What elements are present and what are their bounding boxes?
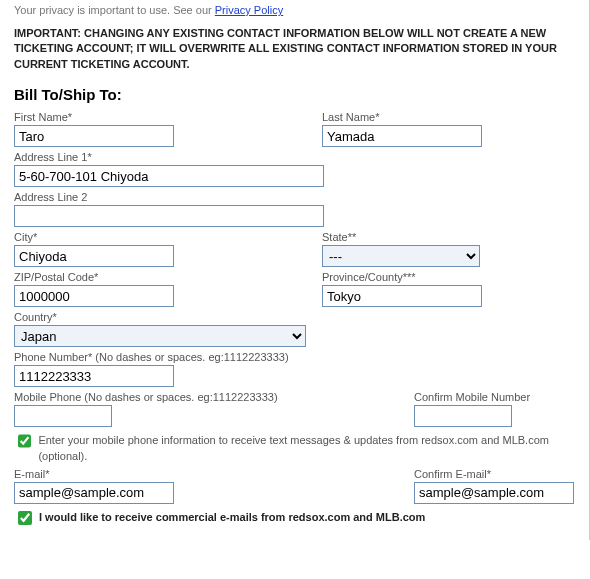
form-container: Your privacy is important to use. See ou… xyxy=(0,0,590,540)
address2-input[interactable] xyxy=(14,205,324,227)
zip-input[interactable] xyxy=(14,285,174,307)
email-optin-row: I would like to receive commercial e-mai… xyxy=(14,510,577,528)
confirm-email-input[interactable] xyxy=(414,482,574,504)
phone-input[interactable] xyxy=(14,365,174,387)
privacy-text: Your privacy is important to use. See ou… xyxy=(14,4,215,16)
important-warning: IMPORTANT: CHANGING ANY EXISTING CONTACT… xyxy=(14,26,577,72)
label-address2: Address Line 2 xyxy=(14,191,577,203)
section-title: Bill To/Ship To: xyxy=(14,86,577,103)
label-last-name: Last Name* xyxy=(322,111,572,123)
state-select[interactable]: --- xyxy=(322,245,480,267)
privacy-notice: Your privacy is important to use. See ou… xyxy=(14,4,577,16)
email-input[interactable] xyxy=(14,482,174,504)
label-confirm-mobile: Confirm Mobile Number xyxy=(414,391,572,403)
country-select[interactable]: Japan xyxy=(14,325,306,347)
label-first-name: First Name* xyxy=(14,111,322,123)
label-email: E-mail* xyxy=(14,468,414,480)
label-city: City* xyxy=(14,231,322,243)
confirm-mobile-input[interactable] xyxy=(414,405,512,427)
mobile-input[interactable] xyxy=(14,405,112,427)
city-input[interactable] xyxy=(14,245,174,267)
label-mobile: Mobile Phone (No dashes or spaces. eg:11… xyxy=(14,391,414,403)
mobile-optin-text: Enter your mobile phone information to r… xyxy=(38,433,577,464)
last-name-input[interactable] xyxy=(322,125,482,147)
label-state: State** xyxy=(322,231,572,243)
province-input[interactable] xyxy=(322,285,482,307)
label-confirm-email: Confirm E-mail* xyxy=(414,468,572,480)
mobile-optin-checkbox[interactable] xyxy=(18,434,31,448)
first-name-input[interactable] xyxy=(14,125,174,147)
label-phone: Phone Number* (No dashes or spaces. eg:1… xyxy=(14,351,577,363)
mobile-optin-row: Enter your mobile phone information to r… xyxy=(14,433,577,464)
email-optin-checkbox[interactable] xyxy=(18,511,32,525)
label-country: Country* xyxy=(14,311,577,323)
label-zip: ZIP/Postal Code* xyxy=(14,271,322,283)
label-province: Province/County*** xyxy=(322,271,572,283)
email-optin-text: I would like to receive commercial e-mai… xyxy=(39,510,425,525)
address1-input[interactable] xyxy=(14,165,324,187)
privacy-policy-link[interactable]: Privacy Policy xyxy=(215,4,283,16)
label-address1: Address Line 1* xyxy=(14,151,577,163)
